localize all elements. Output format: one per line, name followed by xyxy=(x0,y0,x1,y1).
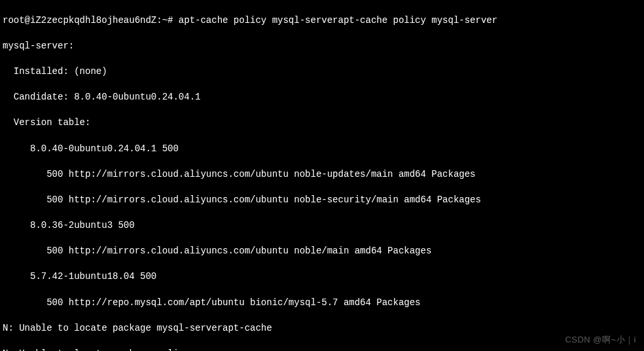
output-line: 8.0.36-2ubuntu3 500 xyxy=(3,219,641,232)
watermark: CSDN @啊~小｜i xyxy=(565,334,636,346)
output-line: N: Unable to locate package mysql-server… xyxy=(3,322,641,335)
shell-prompt: root@iZ2zecpkqdhl8ojheau6ndZ:~# xyxy=(3,15,179,26)
output-line: 8.0.40-0ubuntu0.24.04.1 500 xyxy=(3,143,641,156)
output-line: 500 http://repo.mysql.com/apt/ubuntu bio… xyxy=(3,297,641,310)
prompt-line[interactable]: root@iZ2zecpkqdhl8ojheau6ndZ:~# apt-cach… xyxy=(3,14,641,28)
command-text: apt-cache policy mysql-serverapt-cache p… xyxy=(179,15,497,26)
terminal-output[interactable]: root@iZ2zecpkqdhl8ojheau6ndZ:~# apt-cach… xyxy=(3,1,641,351)
output-line: 500 http://mirrors.cloud.aliyuncs.com/ub… xyxy=(3,194,641,207)
output-line: Installed: (none) xyxy=(3,65,641,79)
output-line: mysql-server: xyxy=(3,40,641,53)
output-line: Candidate: 8.0.40-0ubuntu0.24.04.1 xyxy=(3,91,641,104)
output-line: Version table: xyxy=(3,117,641,130)
output-line: 500 http://mirrors.cloud.aliyuncs.com/ub… xyxy=(3,245,641,258)
output-line: N: Unable to locate package policy xyxy=(3,348,641,351)
output-line: 500 http://mirrors.cloud.aliyuncs.com/ub… xyxy=(3,168,641,181)
output-line: 5.7.42-1ubuntu18.04 500 xyxy=(3,270,641,284)
